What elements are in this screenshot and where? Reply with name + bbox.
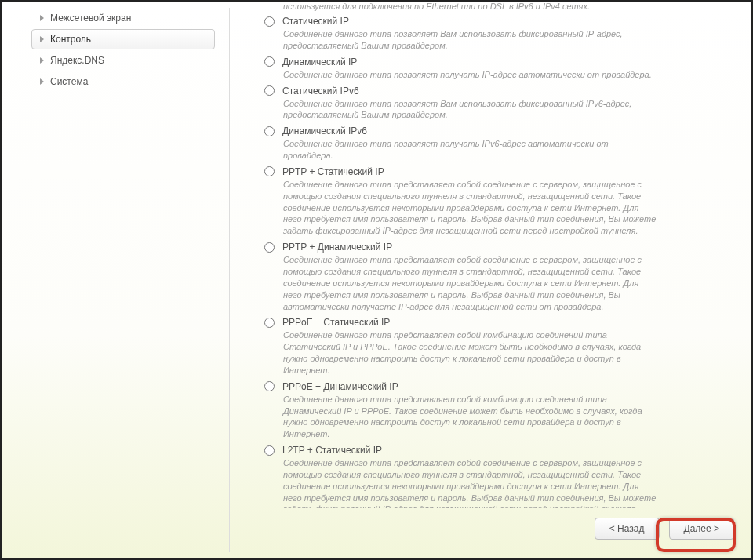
radio-l2tp-static[interactable] — [264, 445, 275, 456]
radio-static-ip[interactable] — [264, 16, 275, 27]
sidebar-item-yandex-dns[interactable]: Яндекс.DNS — [31, 50, 215, 71]
option-title: L2TP + Статический IP — [282, 445, 382, 456]
main-content: используется для подключения по Ethernet… — [230, 2, 751, 558]
option-description: Соединение данного типа позволяет Вам ис… — [264, 28, 657, 52]
option-title: Динамический IPv6 — [282, 125, 367, 136]
radio-dynamic-ipv6[interactable] — [264, 126, 275, 136]
option-pptp-dynamic: PPTP + Динамический IP Соединение данног… — [253, 242, 737, 312]
chevron-right-icon — [40, 78, 44, 85]
option-description: используется для подключения по Ethernet… — [253, 2, 737, 11]
option-description: Соединение данного типа представляет соб… — [264, 457, 657, 508]
chevron-right-icon — [40, 15, 44, 21]
back-button[interactable]: < Назад — [595, 518, 660, 540]
option-description: Соединение данного типа позволяет Вам ис… — [264, 98, 657, 122]
sidebar-item-label: Контроль — [50, 34, 91, 45]
option-title: Динамический IP — [282, 56, 357, 67]
sidebar: Межсетевой экран Контроль Яндекс.DNS Сис… — [2, 2, 229, 558]
radio-dynamic-ip[interactable] — [264, 56, 275, 67]
chevron-right-icon — [40, 57, 44, 64]
radio-pptp-dynamic[interactable] — [264, 242, 275, 253]
option-title: PPTP + Статический IP — [282, 166, 384, 177]
option-dynamic-ipv6: Динамический IPv6 Соединение данного тип… — [253, 125, 737, 162]
option-l2tp-static: L2TP + Статический IP Соединение данного… — [253, 445, 737, 508]
option-title: PPPoE + Статический IP — [282, 317, 390, 328]
sidebar-item-system[interactable]: Система — [31, 71, 215, 92]
option-title: Статический IP — [282, 16, 349, 27]
radio-pppoe-dynamic[interactable] — [264, 381, 275, 391]
option-description: Соединение данного типа позволяет получа… — [264, 69, 657, 81]
option-static-ip: Статический IP Соединение данного типа п… — [253, 16, 737, 52]
option-description: Соединение данного типа представляет соб… — [264, 254, 657, 312]
connection-type-options: используется для подключения по Ethernet… — [253, 2, 737, 508]
sidebar-item-label: Межсетевой экран — [50, 13, 131, 24]
radio-pptp-static[interactable] — [264, 166, 275, 176]
option-description: Соединение данного типа представляет соб… — [264, 329, 657, 376]
option-dynamic-ip: Динамический IP Соединение данного типа … — [253, 56, 737, 81]
radio-pppoe-static[interactable] — [264, 318, 275, 328]
option-pptp-static: PPTP + Статический IP Соединение данного… — [253, 166, 737, 237]
option-pppoe-static: PPPoE + Статический IP Соединение данног… — [253, 317, 737, 376]
option-title: PPTP + Динамический IP — [282, 242, 392, 253]
option-description: Соединение данного типа представляет соб… — [264, 179, 657, 237]
option-title: Статический IPv6 — [282, 85, 359, 96]
sidebar-item-firewall[interactable]: Межсетевой экран — [31, 8, 215, 28]
sidebar-item-label: Система — [50, 76, 88, 87]
option-static-ipv6: Статический IPv6 Соединение данного типа… — [253, 85, 737, 122]
wizard-footer: < Назад Далее > — [253, 508, 737, 551]
sidebar-item-control[interactable]: Контроль — [31, 29, 215, 49]
next-button[interactable]: Далее > — [669, 518, 735, 540]
option-pppoe-dynamic: PPPoE + Динамический IP Соединение данно… — [253, 381, 737, 440]
chevron-right-icon — [40, 36, 44, 42]
option-description: Соединение данного типа позволяет получа… — [264, 138, 657, 162]
option-description: Соединение данного типа представляет соб… — [264, 394, 657, 440]
option-title: PPPoE + Динамический IP — [282, 381, 398, 392]
radio-static-ipv6[interactable] — [264, 85, 275, 96]
sidebar-item-label: Яндекс.DNS — [50, 55, 104, 66]
